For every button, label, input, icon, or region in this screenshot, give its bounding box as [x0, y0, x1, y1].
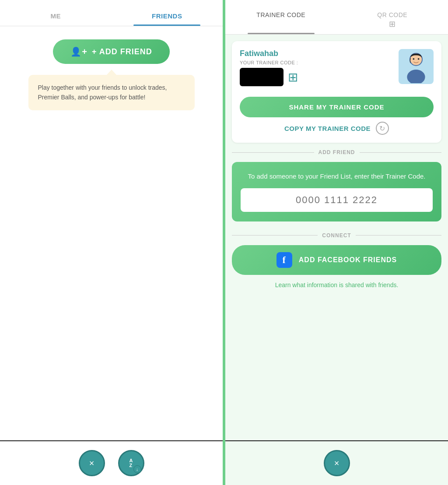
avatar-image	[401, 50, 431, 83]
add-friend-description: To add someone to your Friend List, ente…	[248, 172, 425, 182]
tab-trainer-code[interactable]: TRAINER CODE	[225, 4, 337, 34]
right-panel: TRAINER CODE QR CODE ⊞ Fatiwahab YOUR TR…	[224, 0, 448, 485]
facebook-icon: f	[276, 252, 292, 268]
trainer-card: Fatiwahab YOUR TRAINER CODE : ⊞	[232, 41, 441, 143]
friends-tooltip: Play together with your friends to unloc…	[28, 75, 195, 110]
share-trainer-button[interactable]: SHARE MY TRAINER CODE	[240, 97, 434, 117]
privacy-link[interactable]: Learn what information is shared with fr…	[275, 281, 399, 288]
trainer-name: Fatiwahab	[240, 49, 298, 58]
trainer-code-row: ⊞	[240, 68, 298, 86]
connect-label: CONNECT	[232, 232, 441, 239]
trainer-code-input[interactable]	[241, 188, 433, 212]
tab-me[interactable]: ME	[0, 4, 112, 26]
close-icon-right: ×	[334, 458, 340, 468]
trainer-avatar	[399, 49, 434, 84]
trainer-code-box	[240, 68, 284, 86]
svg-point-3	[413, 58, 415, 60]
add-facebook-friends-button[interactable]: f ADD FACEBOOK FRIENDS	[232, 245, 441, 275]
trainer-code-label: YOUR TRAINER CODE :	[240, 60, 298, 65]
tab-friends[interactable]: FRIENDS	[112, 4, 223, 26]
trainer-header: Fatiwahab YOUR TRAINER CODE : ⊞	[240, 49, 434, 92]
connect-section: CONNECT f ADD FACEBOOK FRIENDS Learn wha…	[232, 228, 441, 293]
left-panel: ME FRIENDS 👤+ + ADD FRIEND Play together…	[0, 0, 224, 485]
add-friend-button[interactable]: 👤+ + ADD FRIEND	[53, 39, 170, 64]
right-content: Fatiwahab YOUR TRAINER CODE : ⊞	[225, 35, 448, 440]
refresh-icon[interactable]: ↻	[376, 122, 389, 135]
sort-az-label: AZ	[130, 458, 133, 468]
close-button-right[interactable]: ×	[324, 450, 350, 476]
close-button-left[interactable]: ×	[79, 450, 105, 476]
svg-point-1	[407, 70, 425, 83]
qr-grid-icon[interactable]: ⊞	[288, 70, 298, 84]
sort-button[interactable]: AZ ↓	[118, 450, 144, 476]
add-friend-icon: 👤+	[70, 46, 88, 57]
close-icon: ×	[89, 458, 94, 468]
qr-icon: ⊞	[337, 19, 448, 29]
left-tab-bar: ME FRIENDS	[0, 0, 223, 26]
add-friend-card: To add someone to your Friend List, ente…	[232, 162, 441, 221]
add-friend-section-label: ADD FRIEND	[232, 149, 441, 155]
right-bottom-bar: ×	[225, 440, 448, 485]
add-friend-label: + ADD FRIEND	[92, 47, 152, 56]
tab-qr-code[interactable]: QR CODE ⊞	[337, 4, 448, 34]
svg-point-4	[418, 58, 420, 60]
left-bottom-bar: × AZ ↓	[0, 440, 223, 485]
copy-trainer-button[interactable]: COPY MY TRAINER CODE	[284, 125, 371, 132]
copy-trainer-row: COPY MY TRAINER CODE ↻	[240, 122, 434, 135]
sort-down-icon: ↓	[133, 465, 141, 473]
left-content: 👤+ + ADD FRIEND Play together with your …	[0, 26, 223, 440]
trainer-info: Fatiwahab YOUR TRAINER CODE : ⊞	[240, 49, 298, 92]
right-tab-bar: TRAINER CODE QR CODE ⊞	[225, 0, 448, 35]
